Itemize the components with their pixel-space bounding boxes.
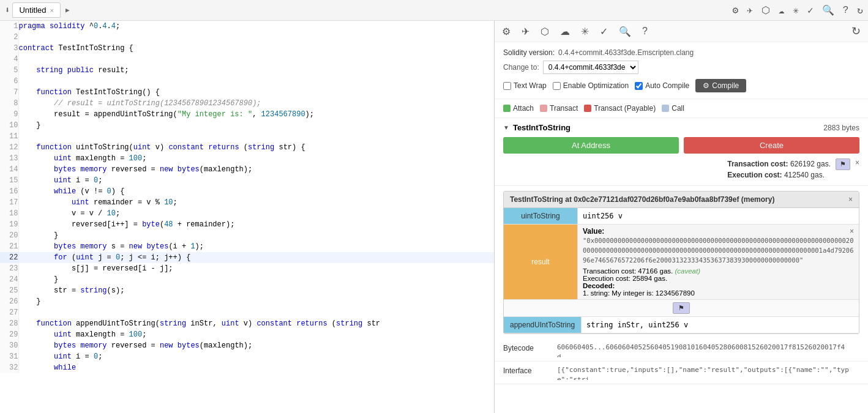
line-number: 5 [0,65,18,76]
code-content[interactable] [18,32,494,43]
r-bug-icon[interactable]: ✳ [581,26,589,37]
line-number: 28 [0,318,18,329]
bug-icon[interactable]: ✳ [793,4,799,17]
compile-button[interactable]: ⚙ Compile [695,79,746,92]
code-content[interactable]: // result = uintToString(123456789012345… [18,98,494,109]
appenduinttostring-button[interactable]: appendUIntToString [504,317,581,333]
line-number: 27 [0,307,18,318]
autocompile-checkbox[interactable] [635,82,643,90]
function-row-appenduinttostring: appendUIntToString [504,317,859,333]
tab-close-icon[interactable]: × [50,7,54,14]
code-content[interactable] [18,54,494,65]
right-top-icons: ⚙ ✈ ⬡ ☁ ✳ ✓ 🔍 ? [502,26,648,37]
uinttostring-input[interactable] [577,208,859,224]
code-content[interactable] [18,131,494,142]
code-line-13: 13 uint maxlength = 100; [0,153,494,164]
line-number: 32 [0,362,18,373]
clipboard-button[interactable]: ⚑ [673,302,690,314]
code-content[interactable] [18,76,494,87]
code-content[interactable] [18,307,494,318]
legend-attach: Attach [503,104,534,113]
compile-gear-icon: ⚙ [703,81,709,90]
r-settings-icon[interactable]: ⚙ [502,26,511,37]
sync-icon[interactable]: ↻ [857,4,863,17]
top-bar: ⬇ Untitled × ▶ ⚙ ✈ ⬡ ☁ ✳ ✓ 🔍 ? ↻ [0,0,868,21]
collapse-triangle[interactable]: ▼ [503,124,509,131]
code-content[interactable]: function uintToString(uint v) constant r… [18,142,494,153]
search-icon[interactable]: 🔍 [822,4,834,17]
result-button[interactable]: result [504,225,577,299]
appenduinttostring-input[interactable] [581,317,859,333]
code-content[interactable]: while (v != 0) { [18,186,494,197]
enableopt-option[interactable]: Enable Optimization [553,81,629,90]
at-address-button[interactable]: At Address [503,137,679,154]
code-content[interactable]: } [18,230,494,241]
code-content[interactable]: str = string(s); [18,285,494,296]
r-send-icon[interactable]: ✈ [522,26,529,37]
result-costs: Transaction cost: 47166 gas. (caveat) Ex… [583,267,854,297]
code-line-9: 9 result = appendUintToString("My intege… [0,109,494,120]
r-sync-icon[interactable]: ↻ [851,24,861,38]
line-number: 25 [0,285,18,296]
version-label: Solidity version: [503,48,555,57]
version-value: 0.4.4+commit.4633f3de.Emscripten.clang [558,48,694,57]
textwrap-option[interactable]: Text Wrap [503,81,547,90]
code-content[interactable]: function appendUintToString(string inStr… [18,318,494,329]
cube-icon[interactable]: ⬡ [761,4,770,17]
code-content[interactable]: uint maxlength = 100; [18,329,494,340]
r-search-icon[interactable]: 🔍 [619,26,631,37]
code-content[interactable]: pragma solidity ^0.4.4; [18,21,494,32]
call-dot [662,105,669,112]
textwrap-checkbox[interactable] [503,82,511,90]
top-right-icons: ⚙ ✈ ⬡ ☁ ✳ ✓ 🔍 ? ↻ [733,4,863,17]
settings-icon[interactable]: ⚙ [733,4,739,17]
cost-close-icon[interactable]: × [855,158,859,167]
line-number: 24 [0,274,18,285]
editor-pane[interactable]: 1 pragma solidity ^0.4.4; 2 3 contract T… [0,21,495,413]
function-row-uinttostring: uintToString [504,208,859,225]
bytecode-label: Bytecode [503,343,552,352]
r-cube-icon[interactable]: ⬡ [541,26,549,37]
code-content[interactable]: for (uint j = 0; j <= i; j++) { [18,252,494,263]
r-cloud-icon[interactable]: ☁ [560,26,570,37]
value-close-icon[interactable]: × [850,227,854,236]
code-content[interactable]: uint maxlength = 100; [18,153,494,164]
check-icon[interactable]: ✓ [807,4,814,17]
send-icon[interactable]: ✈ [747,4,753,17]
code-content[interactable]: function TestIntToString() { [18,87,494,98]
code-content[interactable]: bytes memory reversed = new bytes(maxlen… [18,164,494,175]
code-content[interactable]: reversed[i++] = byte(48 + remainder); [18,219,494,230]
deployed-close-icon[interactable]: × [848,195,853,204]
version-select[interactable]: 0.4.4+commit.4633f3de [543,61,638,74]
tab-title: Untitled [19,6,46,15]
code-content[interactable]: } [18,274,494,285]
deployed-section: TestIntToString at 0x0c2e77121daf0270d26… [503,191,859,334]
download-icon[interactable]: ⬇ [5,5,10,15]
create-button[interactable]: Create [684,137,859,154]
code-content[interactable]: bytes memory reversed = new bytes(maxlen… [18,340,494,351]
help-icon[interactable]: ? [843,5,849,16]
enableopt-checkbox[interactable] [553,82,561,90]
r-help-icon[interactable]: ? [642,26,648,37]
untitled-tab[interactable]: Untitled × [12,2,61,18]
code-content[interactable]: } [18,296,494,307]
code-content[interactable]: s[j] = reversed[i - j]; [18,263,494,274]
copy-button[interactable]: ⚑ [836,158,850,170]
uinttostring-button[interactable]: uintToString [504,208,577,224]
cloud-icon[interactable]: ☁ [779,4,785,17]
code-content[interactable]: uint i = 0; [18,351,494,362]
code-content[interactable]: v = v / 10; [18,208,494,219]
contract-title: ▼ TestIntToString [503,123,571,132]
expand-icon[interactable]: ▶ [65,6,70,14]
line-number: 11 [0,131,18,142]
r-check-icon[interactable]: ✓ [600,26,608,37]
code-content[interactable]: result = appendUintToString("My integer … [18,109,494,120]
code-content[interactable]: contract TestIntToString { [18,43,494,54]
code-content[interactable]: bytes memory s = new bytes(i + 1); [18,241,494,252]
code-content[interactable]: uint remainder = v % 10; [18,197,494,208]
autocompile-option[interactable]: Auto Compile [635,81,689,90]
code-content[interactable]: string public result; [18,65,494,76]
code-content[interactable]: } [18,120,494,131]
code-content[interactable]: uint i = 0; [18,175,494,186]
code-content[interactable]: while [18,362,494,373]
